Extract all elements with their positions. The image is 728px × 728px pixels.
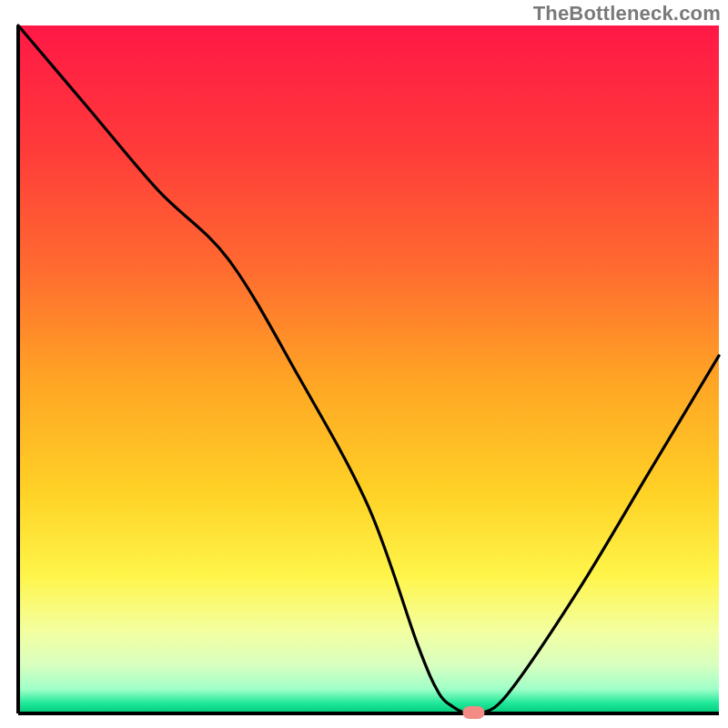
optimal-point-marker bbox=[463, 706, 485, 719]
chart-container: TheBottleneck.com bbox=[0, 0, 728, 728]
bottleneck-chart bbox=[0, 0, 728, 728]
gradient-background bbox=[18, 25, 719, 713]
attribution-label: TheBottleneck.com bbox=[533, 2, 721, 25]
